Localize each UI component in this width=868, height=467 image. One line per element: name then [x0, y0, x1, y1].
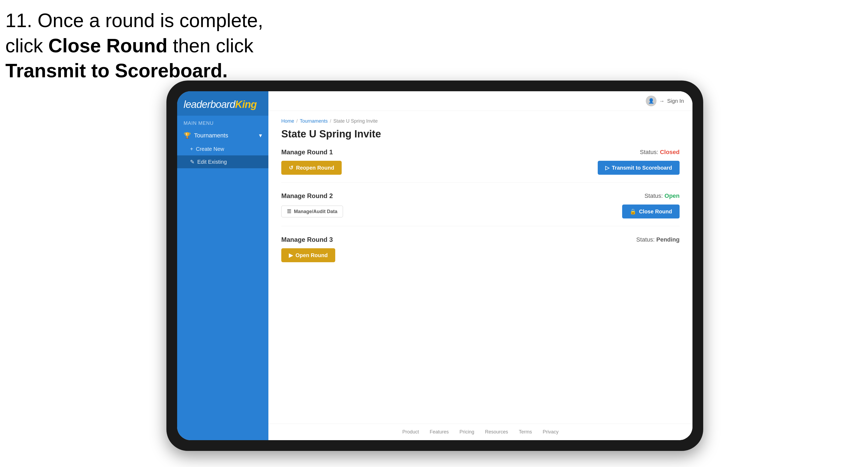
round-2-actions: ☰ Manage/Audit Data 🔒 Close Round [281, 205, 680, 218]
close-round-button[interactable]: 🔒 Close Round [622, 205, 680, 218]
breadcrumb-tournaments[interactable]: Tournaments [300, 118, 328, 124]
reopen-round-button[interactable]: ↺ Reopen Round [281, 161, 342, 175]
instruction-text: 11. Once a round is complete, click Clos… [5, 8, 263, 84]
open-icon: ▶ [289, 252, 293, 258]
footer-product[interactable]: Product [402, 429, 419, 435]
round-1-header: Manage Round 1 Status: Closed [281, 148, 680, 156]
avatar: 👤 [646, 96, 656, 106]
chevron-down-icon: ▾ [259, 132, 262, 139]
create-new-label: Create New [196, 146, 224, 152]
logo-area: leaderboardKing [177, 91, 269, 116]
round-3-section: Manage Round 3 Status: Pending ▶ Open Ro… [281, 236, 680, 270]
close-icon: 🔒 [630, 208, 637, 215]
footer-pricing[interactable]: Pricing [460, 429, 474, 435]
round-2-status-value: Open [664, 192, 680, 199]
reopen-icon: ↺ [289, 164, 293, 171]
round-2-title: Manage Round 2 [281, 192, 333, 200]
instruction-line2-prefix: click [5, 35, 48, 56]
instruction-line2-suffix: then click [167, 35, 253, 56]
breadcrumb-sep1: / [296, 118, 298, 124]
instruction-transmit-bold: Transmit to Scoreboard. [5, 60, 227, 81]
footer-privacy[interactable]: Privacy [543, 429, 559, 435]
content-area: Home / Tournaments / State U Spring Invi… [269, 111, 692, 424]
sign-in-label: Sign In [667, 98, 684, 104]
trophy-icon: 🏆 [184, 132, 191, 139]
app-layout: leaderboardKing MAIN MENU 🏆 Tournaments … [177, 91, 692, 440]
main-content: 👤 → Sign In Home / Tournaments / State U… [269, 91, 692, 440]
main-menu-label: MAIN MENU [177, 116, 269, 128]
app-logo: leaderboardKing [184, 99, 262, 110]
top-bar: 👤 → Sign In [269, 91, 692, 111]
round-3-title: Manage Round 3 [281, 236, 333, 243]
footer: Product Features Pricing Resources Terms… [269, 424, 692, 440]
page-title: State U Spring Invite [281, 128, 680, 140]
manage-audit-data-button[interactable]: ☰ Manage/Audit Data [281, 206, 343, 217]
round-3-header: Manage Round 3 Status: Pending [281, 236, 680, 243]
breadcrumb-current: State U Spring Invite [333, 118, 378, 124]
logo-king: King [235, 99, 256, 110]
edit-icon: ✎ [190, 159, 194, 165]
sidebar-item-create-new[interactable]: + Create New [177, 143, 269, 155]
round-2-header: Manage Round 2 Status: Open [281, 192, 680, 200]
round-3-status-value: Pending [656, 236, 680, 243]
round-2-section: Manage Round 2 Status: Open ☰ Manage/Aud… [281, 192, 680, 226]
round-1-status: Status: Closed [640, 149, 680, 156]
transmit-icon: ▷ [605, 164, 609, 171]
footer-resources[interactable]: Resources [485, 429, 508, 435]
breadcrumb: Home / Tournaments / State U Spring Invi… [281, 118, 680, 124]
plus-icon: + [190, 146, 193, 152]
open-round-button[interactable]: ▶ Open Round [281, 248, 335, 262]
instruction-line1: 11. Once a round is complete, [5, 10, 263, 31]
edit-existing-label: Edit Existing [197, 159, 227, 165]
sidebar-item-edit-existing[interactable]: ✎ Edit Existing [177, 155, 269, 168]
transmit-to-scoreboard-button[interactable]: ▷ Transmit to Scoreboard [598, 161, 680, 175]
round-1-section: Manage Round 1 Status: Closed ↺ Reopen R… [281, 148, 680, 183]
audit-icon: ☰ [287, 209, 291, 214]
round-2-status: Status: Open [644, 192, 680, 199]
footer-terms[interactable]: Terms [519, 429, 532, 435]
breadcrumb-home[interactable]: Home [281, 118, 294, 124]
round-1-title: Manage Round 1 [281, 148, 333, 156]
sidebar-tournaments-label: Tournaments [194, 132, 228, 139]
round-3-actions: ▶ Open Round [281, 248, 680, 262]
logo-leaderboard: leaderboard [184, 99, 235, 110]
footer-features[interactable]: Features [430, 429, 449, 435]
sign-in-icon: → [659, 98, 664, 104]
round-3-status: Status: Pending [637, 236, 680, 243]
round-1-status-value: Closed [660, 149, 680, 155]
instruction-close-round-bold: Close Round [48, 35, 167, 56]
sign-in-area[interactable]: 👤 → Sign In [646, 96, 684, 106]
tablet-screen: leaderboardKing MAIN MENU 🏆 Tournaments … [177, 91, 692, 440]
round-1-actions: ↺ Reopen Round ▷ Transmit to Scoreboard [281, 161, 680, 175]
breadcrumb-sep2: / [330, 118, 331, 124]
sidebar-item-tournaments[interactable]: 🏆 Tournaments ▾ [177, 128, 269, 143]
sidebar: leaderboardKing MAIN MENU 🏆 Tournaments … [177, 91, 269, 440]
tablet-frame: leaderboardKing MAIN MENU 🏆 Tournaments … [166, 81, 703, 451]
